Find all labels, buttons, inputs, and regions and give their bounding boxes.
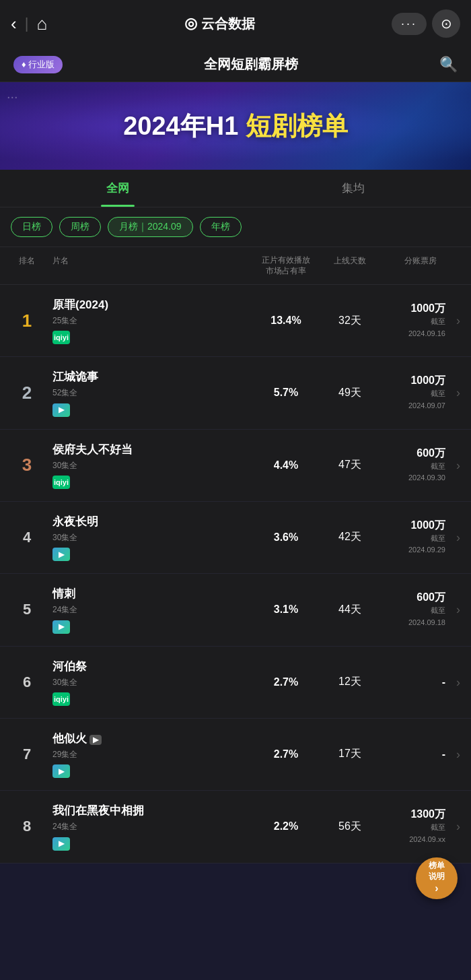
filter-weekly[interactable]: 周榜 — [59, 217, 101, 237]
revenue-cell: - › — [377, 748, 464, 760]
banner: ··· 2024年H1 短剧榜单 — [0, 82, 471, 170]
banner-year: 2024年H1 — [123, 112, 238, 140]
show-title: 我们在黑夜中相拥 — [52, 803, 249, 818]
show-episodes: 29集全 — [52, 749, 249, 760]
revenue-cell: 600万 截至2024.09.18 › — [377, 591, 464, 628]
row-arrow-icon: › — [456, 747, 460, 761]
filter-daily[interactable]: 日榜 — [11, 217, 52, 237]
table-row[interactable]: 1 原罪(2024) 25集全 iqiyi 13.4%32天 1000万 截至2… — [0, 285, 471, 357]
show-episodes: 24集全 — [52, 604, 249, 616]
title-cell: 侯府夫人不好当 30集全 iqiyi — [47, 442, 249, 489]
show-title: 他似火▶ — [52, 731, 249, 746]
platform-badge: ▶ — [52, 764, 70, 778]
banner-decoration: ··· — [7, 89, 18, 104]
revenue-cell: 1000万 截至2024.09.07 › — [377, 374, 464, 412]
header-bar: ♦ 行业版 全网短剧霸屏榜 🔍 — [0, 47, 471, 82]
days-cell: 47天 — [323, 458, 377, 472]
revenue-main: - — [377, 748, 445, 760]
float-btn-arrow-icon: › — [435, 882, 438, 896]
back-button[interactable]: ‹ — [11, 13, 17, 34]
revenue-main: 600万 — [377, 447, 445, 461]
title-cell: 江城诡事 52集全 ▶ — [47, 369, 249, 417]
platform-badge: ▶ — [52, 620, 70, 634]
revenue-cell: 1300万 截至2024.09.xx › — [377, 808, 464, 845]
revenue-note: 截至2024.09.07 — [377, 388, 445, 412]
filter-monthly[interactable]: 月榜｜2024.09 — [108, 217, 193, 237]
revenue-note: 截至2024.09.18 — [377, 605, 445, 628]
nav-separator: | — [25, 15, 29, 32]
show-episodes: 52集全 — [52, 387, 249, 399]
float-ranking-info-button[interactable]: 榜单说明 › — [416, 857, 458, 899]
revenue-note: 截至2024.09.29 — [377, 533, 445, 556]
rank-cell: 3 — [7, 455, 47, 476]
row-arrow-icon: › — [456, 675, 460, 689]
show-title: 情刺 — [52, 586, 249, 601]
show-title: 永夜长明 — [52, 514, 249, 529]
row-arrow-icon: › — [456, 530, 460, 544]
days-cell: 32天 — [323, 314, 377, 328]
revenue-main: 1300万 — [377, 808, 445, 822]
tab-quanwang[interactable]: 全网 — [0, 170, 236, 207]
show-title: 江城诡事 — [52, 369, 249, 385]
filter-yearly[interactable]: 年榜 — [200, 217, 242, 237]
row-arrow-icon: › — [456, 603, 460, 617]
table-header: 排名 片名 正片有效播放 市场占有率 上线天数 分账票房 — [0, 247, 471, 285]
rank-cell: 4 — [7, 529, 47, 546]
home-button[interactable]: ⌂ — [36, 13, 47, 34]
market-share-cell: 5.7% — [249, 387, 323, 399]
revenue-main: 600万 — [377, 591, 445, 605]
table-row[interactable]: 8 我们在黑夜中相拥 24集全 ▶ 2.2%56天 1300万 截至2024.0… — [0, 791, 471, 863]
days-cell: 12天 — [323, 675, 377, 689]
row-arrow-icon: › — [456, 458, 460, 472]
title-cell: 情刺 24集全 ▶ — [47, 586, 249, 634]
scan-button[interactable]: ⊙ — [432, 9, 460, 38]
nav-title: ◎ 云合数据 — [52, 15, 386, 33]
logo-icon: ◎ — [184, 15, 197, 32]
revenue-main: 1000万 — [377, 302, 445, 316]
show-episodes: 24集全 — [52, 821, 249, 832]
th-revenue: 分账票房 — [377, 255, 464, 276]
market-share-cell: 2.7% — [249, 748, 323, 760]
title-cell: 原罪(2024) 25集全 iqiyi — [47, 297, 249, 344]
table-row[interactable]: 5 情刺 24集全 ▶ 3.1%44天 600万 截至2024.09.18 › — [0, 574, 471, 647]
title-cell: 河伯祭 30集全 iqiyi — [47, 659, 249, 706]
days-cell: 44天 — [323, 603, 377, 617]
table-body: 1 原罪(2024) 25集全 iqiyi 13.4%32天 1000万 截至2… — [0, 285, 471, 863]
rank-cell: 5 — [7, 601, 47, 618]
revenue-main: 1000万 — [377, 374, 445, 388]
row-arrow-icon: › — [456, 820, 460, 834]
revenue-cell: - › — [377, 676, 464, 688]
th-days: 上线天数 — [323, 255, 377, 276]
market-share-cell: 3.1% — [249, 603, 323, 616]
revenue-cell: 600万 截至2024.09.30 › — [377, 447, 464, 484]
market-share-cell: 13.4% — [249, 315, 323, 327]
market-share-cell: 4.4% — [249, 459, 323, 471]
rank-cell: 8 — [7, 818, 47, 835]
row-arrow-icon: › — [456, 386, 460, 400]
tab-jijun[interactable]: 集均 — [236, 170, 471, 207]
table-row[interactable]: 7 他似火▶ 29集全 ▶ 2.7%17天 - › — [0, 719, 471, 791]
badge-label: ♦ 行业版 — [22, 59, 55, 71]
search-button[interactable]: 🔍 — [439, 56, 458, 73]
float-btn-label: 榜单说明 — [429, 861, 445, 882]
rank-cell: 2 — [7, 383, 47, 403]
th-title: 片名 — [47, 255, 249, 276]
show-episodes: 30集全 — [52, 677, 249, 688]
revenue-note: 截至2024.09.xx — [377, 822, 445, 845]
table-row[interactable]: 4 永夜长明 30集全 ▶ 3.6%42天 1000万 截至2024.09.29… — [0, 502, 471, 575]
show-title: 河伯祭 — [52, 659, 249, 674]
th-rank: 排名 — [7, 255, 47, 276]
row-arrow-icon: › — [456, 314, 460, 328]
revenue-cell: 1000万 截至2024.09.29 › — [377, 519, 464, 556]
revenue-main: 1000万 — [377, 519, 445, 533]
table-row[interactable]: 3 侯府夫人不好当 30集全 iqiyi 4.4%47天 600万 截至2024… — [0, 430, 471, 502]
revenue-note: 截至2024.09.30 — [377, 461, 445, 484]
tabs-row: 全网 集均 — [0, 170, 471, 207]
table-row[interactable]: 2 江城诡事 52集全 ▶ 5.7%49天 1000万 截至2024.09.07… — [0, 357, 471, 430]
more-button[interactable]: ··· — [392, 13, 427, 35]
table-row[interactable]: 6 河伯祭 30集全 iqiyi 2.7%12天 - › — [0, 647, 471, 719]
filter-row: 日榜 周榜 月榜｜2024.09 年榜 — [0, 207, 471, 247]
industry-badge: ♦ 行业版 — [13, 56, 63, 73]
platform-badge: iqiyi — [52, 331, 70, 344]
rank-cell: 7 — [7, 746, 47, 763]
